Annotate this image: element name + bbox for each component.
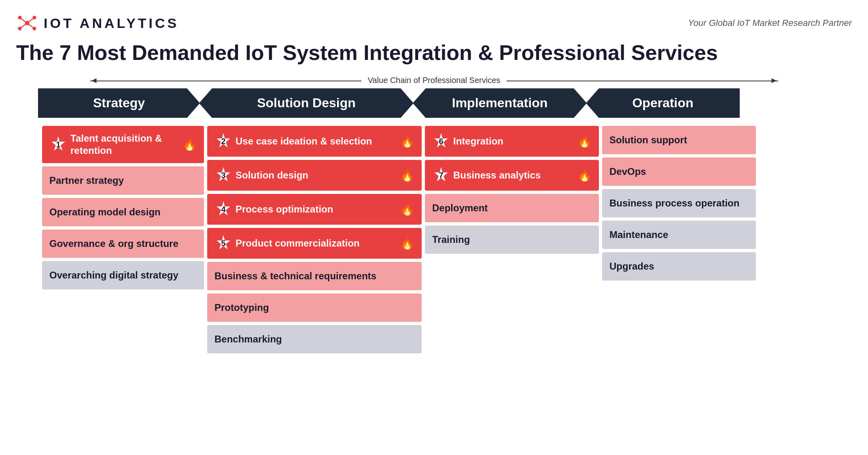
solution-item-2-text: Solution design <box>236 169 397 181</box>
implementation-header: Implementation <box>413 88 587 118</box>
page-header: IOT ANALYTICS Your Global IoT Market Res… <box>16 12 852 34</box>
strategy-item-4: Governance & org structure <box>42 230 204 258</box>
starburst-3: 3 <box>214 166 232 184</box>
starburst-7: 7 <box>432 166 450 184</box>
op-item-3: Business process operation <box>602 189 756 217</box>
strategy-item-3: Operating model design <box>42 198 204 226</box>
op-item-4: Maintenance <box>602 221 756 249</box>
impl-item-1: 6 Integration 🔥 <box>425 126 599 157</box>
header-row: Strategy Solution Design Implementation … <box>38 88 852 118</box>
implementation-column: 6 Integration 🔥 7 Business analytics 🔥 <box>425 126 599 254</box>
solution-item-2: 3 Solution design 🔥 <box>207 160 422 191</box>
impl-item-4: Training <box>425 225 599 254</box>
solution-item-7: Benchmarking <box>207 325 422 353</box>
fire-icon-4: 🔥 <box>400 202 414 217</box>
strategy-item-4-text: Governance & org structure <box>49 238 197 250</box>
logo: IOT ANALYTICS <box>16 12 179 34</box>
op-item-1: Solution support <box>602 126 756 154</box>
impl-item-3-text: Deployment <box>432 202 592 214</box>
svg-line-8 <box>27 23 34 29</box>
op-item-2-text: DevOps <box>609 166 749 178</box>
value-chain-bar: ◄ Value Chain of Professional Services ► <box>16 76 852 85</box>
svg-line-6 <box>27 18 34 23</box>
svg-line-7 <box>20 23 27 29</box>
starburst-2: 2 <box>214 132 232 150</box>
op-item-5: Upgrades <box>602 252 756 281</box>
axis-container: ▲ Focus Areas/Key Services ▼ <box>16 123 38 455</box>
logo-icon <box>16 12 38 34</box>
fire-icon-5: 🔥 <box>400 236 414 251</box>
solution-item-4: 5 Product commercialization 🔥 <box>207 228 422 259</box>
strategy-item-1: 1 Talent acquisition & retention 🔥 <box>42 126 204 163</box>
page-title: The 7 Most Demanded IoT System Integrati… <box>16 41 852 64</box>
tagline: Your Global IoT Market Research Partner <box>688 18 852 28</box>
fire-icon-2: 🔥 <box>400 134 414 149</box>
op-item-2: DevOps <box>602 157 756 186</box>
impl-item-2-text: Business analytics <box>453 169 574 181</box>
op-item-5-text: Upgrades <box>609 260 749 272</box>
svg-line-5 <box>20 18 27 23</box>
fire-icon-6: 🔥 <box>577 134 592 149</box>
arrow-left: ◄ <box>90 76 98 85</box>
op-item-3-text: Business process operation <box>609 197 749 209</box>
strategy-header: Strategy <box>38 88 200 118</box>
solution-item-3: 4 Process optimization 🔥 <box>207 194 422 225</box>
solution-column: 2 Use case ideation & selection 🔥 3 Solu… <box>207 126 422 353</box>
impl-item-3: Deployment <box>425 194 599 222</box>
operation-header: Operation <box>586 88 740 118</box>
impl-item-4-text: Training <box>432 234 592 246</box>
solution-item-5: Business & technical requirements <box>207 262 422 290</box>
operation-column: Solution support DevOps Business process… <box>602 126 756 281</box>
solution-item-6-text: Prototyping <box>214 302 414 314</box>
op-item-4-text: Maintenance <box>609 229 749 241</box>
strategy-item-1-text: Talent acquisition & retention <box>70 132 179 157</box>
solution-item-7-text: Benchmarking <box>214 333 414 345</box>
starburst-1: 1 <box>49 136 67 153</box>
value-chain-line: ◄ Value Chain of Professional Services ► <box>90 76 778 85</box>
fire-icon-3: 🔥 <box>400 168 414 183</box>
solution-header: Solution Design <box>199 88 414 118</box>
solution-item-1-text: Use case ideation & selection <box>236 135 397 147</box>
value-chain-label: Value Chain of Professional Services <box>361 76 507 85</box>
starburst-6: 6 <box>432 132 450 150</box>
impl-item-1-text: Integration <box>453 135 574 147</box>
op-item-1-text: Solution support <box>609 134 749 146</box>
solution-item-5-text: Business & technical requirements <box>214 270 414 282</box>
fire-icon-1: 🔥 <box>183 138 197 152</box>
arrow-right: ► <box>770 76 778 85</box>
solution-item-4-text: Product commercialization <box>236 237 397 249</box>
strategy-item-2: Partner strategy <box>42 166 204 195</box>
strategy-item-2-text: Partner strategy <box>49 174 197 187</box>
impl-item-2: 7 Business analytics 🔥 <box>425 160 599 191</box>
fire-icon-7: 🔥 <box>577 168 592 183</box>
starburst-4: 4 <box>214 200 232 218</box>
starburst-5: 5 <box>214 234 232 252</box>
strategy-item-5: Overarching digital strategy <box>42 261 204 289</box>
strategy-item-5-text: Overarching digital strategy <box>49 269 197 281</box>
solution-item-6: Prototyping <box>207 293 422 322</box>
strategy-column: 1 Talent acquisition & retention 🔥 Partn… <box>42 126 204 289</box>
solution-item-1: 2 Use case ideation & selection 🔥 <box>207 126 422 157</box>
solution-item-3-text: Process optimization <box>236 203 397 215</box>
content-area: 1 Talent acquisition & retention 🔥 Partn… <box>42 126 852 455</box>
logo-text: IOT ANALYTICS <box>44 15 179 31</box>
strategy-item-3-text: Operating model design <box>49 206 197 218</box>
